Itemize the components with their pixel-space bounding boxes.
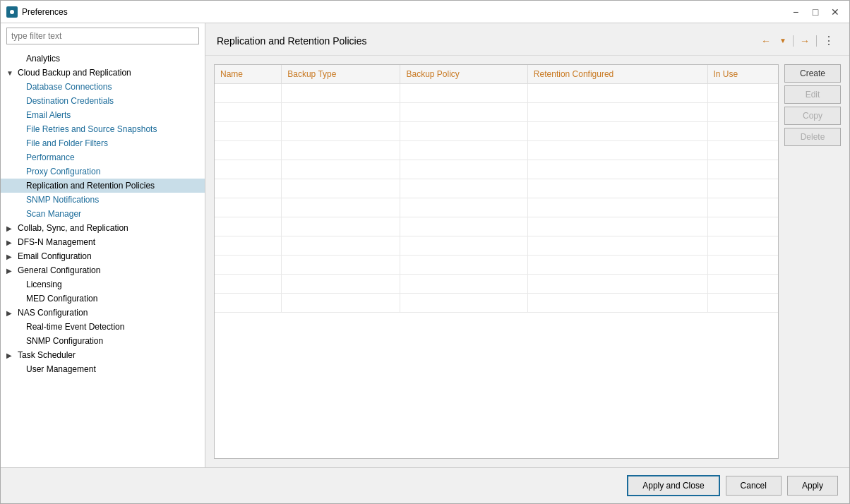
delete-button[interactable]: Delete bbox=[784, 128, 841, 146]
title-bar: Preferences − □ ✕ bbox=[1, 1, 849, 23]
column-header-name: Name bbox=[215, 65, 282, 84]
sidebar-item-label: Scan Manager bbox=[26, 209, 81, 219]
svg-point-1 bbox=[10, 10, 14, 14]
table-row bbox=[215, 84, 778, 103]
sidebar-item-nas-config[interactable]: ▶NAS Configuration bbox=[1, 306, 205, 320]
sidebar-item-destination-credentials[interactable]: Destination Credentials bbox=[1, 94, 205, 108]
sidebar-item-email-alerts[interactable]: Email Alerts bbox=[1, 108, 205, 122]
sidebar-item-label: File and Folder Filters bbox=[26, 138, 108, 148]
sidebar-item-replication-retention[interactable]: Replication and Retention Policies bbox=[1, 179, 205, 193]
table-container: NameBackup TypeBackup PolicyRetention Co… bbox=[214, 64, 779, 459]
sidebar-item-label: SNMP Notifications bbox=[26, 195, 99, 205]
sidebar-item-label: Licensing bbox=[26, 280, 62, 289]
sidebar-item-label: Performance bbox=[26, 152, 75, 162]
sidebar-item-snmp-config[interactable]: SNMP Configuration bbox=[1, 334, 205, 348]
sidebar-item-task-scheduler[interactable]: ▶Task Scheduler bbox=[1, 348, 205, 362]
sidebar-item-general-config[interactable]: ▶General Configuration bbox=[1, 263, 205, 277]
table-row bbox=[215, 236, 778, 256]
sidebar-item-med-config[interactable]: MED Configuration bbox=[1, 292, 205, 306]
sidebar-item-proxy-config[interactable]: Proxy Configuration bbox=[1, 164, 205, 179]
table-row bbox=[215, 256, 778, 275]
toolbar-separator bbox=[793, 35, 794, 47]
sidebar-item-collab-sync[interactable]: ▶Collab, Sync, and Replication bbox=[1, 221, 205, 235]
minimize-button[interactable]: − bbox=[787, 5, 804, 19]
sidebar-item-analytics[interactable]: Analytics bbox=[1, 52, 205, 66]
sidebar-item-database-connections[interactable]: Database Connections bbox=[1, 80, 205, 94]
sidebar-item-label: Email Configuration bbox=[18, 251, 92, 261]
table-header: NameBackup TypeBackup PolicyRetention Co… bbox=[215, 65, 778, 84]
app-icon bbox=[6, 6, 18, 18]
create-button[interactable]: Create bbox=[784, 64, 841, 83]
sidebar-item-label: Replication and Retention Policies bbox=[26, 181, 155, 191]
sidebar-item-dfs-n[interactable]: ▶DFS-N Management bbox=[1, 235, 205, 249]
window-title: Preferences bbox=[22, 7, 787, 17]
table-row bbox=[215, 160, 778, 179]
back-dropdown-button[interactable]: ▼ bbox=[776, 35, 790, 47]
back-button[interactable]: ← bbox=[758, 33, 774, 49]
sidebar-item-label: Proxy Configuration bbox=[26, 167, 100, 176]
table-row bbox=[215, 122, 778, 141]
tree: Analytics▼Cloud Backup and ReplicationDa… bbox=[1, 49, 205, 467]
forward-button[interactable]: → bbox=[796, 33, 813, 49]
sidebar-item-file-retries[interactable]: File Retries and Source Snapshots bbox=[1, 122, 205, 136]
main-panel: Replication and Retention Policies ← ▼ →… bbox=[205, 23, 849, 467]
sidebar-item-licensing[interactable]: Licensing bbox=[1, 277, 205, 292]
table-body bbox=[215, 84, 778, 313]
sidebar-item-label: Task Scheduler bbox=[18, 350, 76, 360]
sidebar-item-label: Cloud Backup and Replication bbox=[18, 68, 131, 78]
sidebar: Analytics▼Cloud Backup and ReplicationDa… bbox=[1, 23, 205, 467]
apply-close-button[interactable]: Apply and Close bbox=[627, 475, 719, 496]
expander-icon: ▶ bbox=[6, 352, 15, 359]
column-header-backup-policy: Backup Policy bbox=[400, 65, 527, 84]
menu-button[interactable]: ⋮ bbox=[820, 32, 838, 49]
sidebar-item-label: SNMP Configuration bbox=[26, 336, 103, 346]
preferences-window: Preferences − □ ✕ Analytics▼Cloud Backup… bbox=[0, 0, 850, 504]
action-buttons: Create Edit Copy Delete bbox=[784, 64, 841, 459]
sidebar-item-label: User Management bbox=[26, 364, 96, 374]
table-row bbox=[215, 103, 778, 122]
sidebar-item-label: Destination Credentials bbox=[26, 96, 114, 106]
expander-icon: ▶ bbox=[6, 224, 15, 232]
copy-button[interactable]: Copy bbox=[784, 107, 841, 125]
expander-icon: ▶ bbox=[6, 239, 15, 246]
expander-icon: ▶ bbox=[6, 253, 15, 260]
footer: Apply and Close Cancel Apply bbox=[1, 467, 849, 503]
window-controls: − □ ✕ bbox=[787, 5, 844, 19]
column-header-in-use: In Use bbox=[707, 65, 778, 84]
edit-button[interactable]: Edit bbox=[784, 85, 841, 104]
expander-icon: ▶ bbox=[6, 309, 15, 317]
sidebar-item-realtime-event[interactable]: Real-time Event Detection bbox=[1, 320, 205, 334]
header-row: NameBackup TypeBackup PolicyRetention Co… bbox=[215, 65, 778, 84]
table-row bbox=[215, 275, 778, 294]
sidebar-item-cloud-backup[interactable]: ▼Cloud Backup and Replication bbox=[1, 66, 205, 80]
apply-button[interactable]: Apply bbox=[787, 476, 838, 496]
table-row bbox=[215, 141, 778, 160]
maximize-button[interactable]: □ bbox=[807, 5, 824, 19]
content-area: Analytics▼Cloud Backup and ReplicationDa… bbox=[1, 23, 849, 467]
sidebar-item-label: Analytics bbox=[26, 54, 60, 64]
sidebar-item-label: File Retries and Source Snapshots bbox=[26, 124, 157, 134]
table-row bbox=[215, 198, 778, 217]
close-button[interactable]: ✕ bbox=[827, 5, 844, 19]
sidebar-item-user-management[interactable]: User Management bbox=[1, 362, 205, 376]
panel-header: Replication and Retention Policies ← ▼ →… bbox=[205, 23, 849, 56]
column-header-backup-type: Backup Type bbox=[282, 65, 400, 84]
sidebar-item-performance[interactable]: Performance bbox=[1, 150, 205, 164]
panel-toolbar: ← ▼ → ⋮ bbox=[758, 32, 838, 49]
sidebar-item-label: DFS-N Management bbox=[18, 237, 95, 247]
expander-icon: ▶ bbox=[6, 267, 15, 275]
sidebar-item-label: NAS Configuration bbox=[18, 308, 88, 318]
toolbar-separator-2 bbox=[816, 35, 817, 47]
expander-icon: ▼ bbox=[6, 69, 15, 77]
sidebar-item-snmp-notifications[interactable]: SNMP Notifications bbox=[1, 193, 205, 207]
sidebar-item-scan-manager[interactable]: Scan Manager bbox=[1, 207, 205, 221]
policies-table: NameBackup TypeBackup PolicyRetention Co… bbox=[215, 65, 778, 313]
sidebar-item-file-folder-filters[interactable]: File and Folder Filters bbox=[1, 136, 205, 150]
search-input[interactable] bbox=[6, 28, 199, 44]
sidebar-item-label: Email Alerts bbox=[26, 110, 71, 120]
cancel-button[interactable]: Cancel bbox=[726, 476, 782, 496]
sidebar-item-email-config[interactable]: ▶Email Configuration bbox=[1, 249, 205, 263]
panel-body: NameBackup TypeBackup PolicyRetention Co… bbox=[205, 56, 849, 467]
table-row bbox=[215, 217, 778, 236]
column-header-retention-configured: Retention Configured bbox=[527, 65, 707, 84]
